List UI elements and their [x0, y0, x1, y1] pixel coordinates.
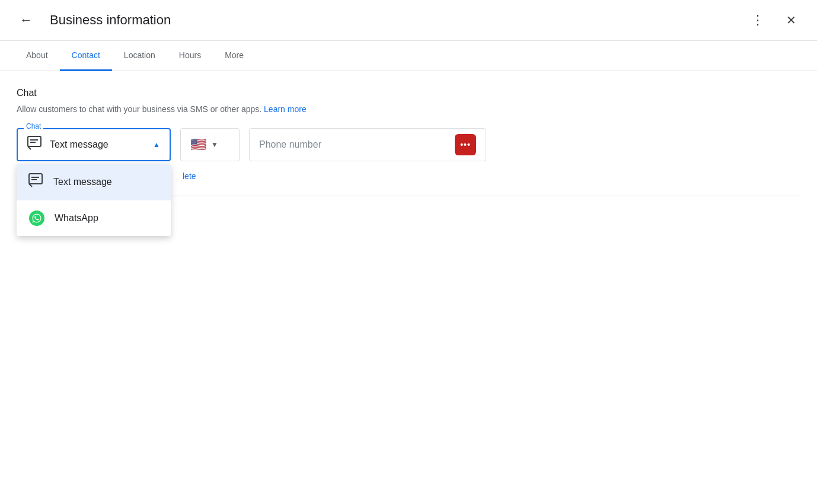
back-button[interactable]: ←: [14, 8, 38, 32]
chat-section-desc: Allow customers to chat with your busine…: [17, 104, 800, 114]
header-left: ← Business information: [14, 8, 746, 32]
header: ← Business information ⋮ ✕: [0, 0, 817, 41]
chat-type-dropdown: Text message WhatsApp: [17, 164, 171, 236]
more-options-button[interactable]: ⋮: [746, 8, 770, 32]
close-icon: ✕: [786, 13, 796, 27]
svg-point-8: [29, 210, 44, 226]
text-message-icon: [28, 173, 44, 191]
tab-contact[interactable]: Contact: [60, 41, 112, 71]
dropdown-item-text-message[interactable]: Text message: [17, 164, 171, 200]
phone-number-placeholder: Phone number: [259, 139, 455, 150]
chat-type-select-inner[interactable]: Text message ▲: [17, 128, 171, 161]
header-actions: ⋮ ✕: [746, 8, 803, 32]
learn-more-link[interactable]: Learn more: [264, 104, 307, 114]
whatsapp-option-label: WhatsApp: [55, 213, 98, 224]
chat-section-title: Chat: [17, 88, 800, 98]
svg-rect-0: [28, 136, 41, 146]
chat-row: Chat Text message ▲: [17, 128, 800, 161]
text-message-select-icon: [27, 136, 43, 154]
close-button[interactable]: ✕: [779, 8, 803, 32]
back-arrow-icon: ←: [20, 12, 33, 28]
country-code-select[interactable]: 🇺🇸 ▼: [180, 128, 240, 161]
whatsapp-icon: [28, 210, 45, 227]
tab-hours[interactable]: Hours: [167, 41, 213, 71]
tab-location[interactable]: Location: [112, 41, 167, 71]
chat-type-select[interactable]: Chat Text message ▲: [17, 128, 171, 161]
chat-type-selected-value: Text message: [50, 139, 146, 150]
content-area: Chat Allow customers to chat with your b…: [0, 71, 817, 252]
tab-about[interactable]: About: [14, 41, 60, 71]
tabs-bar: About Contact Location Hours More: [0, 41, 817, 71]
phone-error-icon: •••: [455, 134, 476, 155]
flag-dropdown-arrow-icon: ▼: [211, 141, 218, 149]
error-dots-icon: •••: [460, 140, 471, 149]
us-flag-icon: 🇺🇸: [190, 137, 206, 152]
page-title: Business information: [50, 12, 171, 28]
tab-more[interactable]: More: [213, 41, 256, 71]
chat-desc-text: Allow customers to chat with your busine…: [17, 104, 261, 114]
delete-link[interactable]: lete: [183, 171, 196, 181]
chat-type-arrow-icon: ▲: [153, 141, 160, 149]
chat-field-label: Chat: [24, 122, 43, 130]
svg-rect-4: [29, 174, 42, 184]
phone-number-field[interactable]: Phone number •••: [249, 128, 486, 161]
text-message-option-label: Text message: [53, 177, 112, 187]
dropdown-item-whatsapp[interactable]: WhatsApp: [17, 200, 171, 236]
delete-link-text: lete: [183, 171, 196, 181]
more-icon: ⋮: [751, 12, 765, 28]
